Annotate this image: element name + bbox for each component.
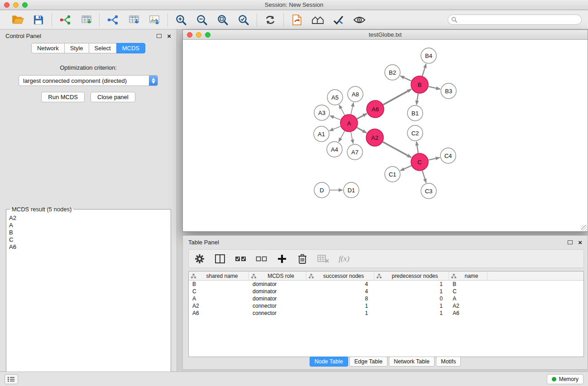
network-node-D1[interactable]: D1 <box>344 182 359 198</box>
column-header-predecessor-nodes[interactable]: predecessor nodes <box>374 272 449 280</box>
mcds-result-item[interactable]: C <box>9 236 168 243</box>
network-edge-B-B2[interactable] <box>400 76 411 81</box>
zoom-out-button[interactable] <box>195 13 209 27</box>
network-edge-C-C2[interactable] <box>416 142 418 153</box>
network-node-A2[interactable]: A2 <box>366 129 383 146</box>
maximize-window-button[interactable] <box>22 2 28 8</box>
network-node-A[interactable]: A <box>340 114 358 132</box>
table-settings-button[interactable] <box>194 253 205 265</box>
export-table-button[interactable] <box>126 13 141 27</box>
table-row-B[interactable]: Bdominator41B <box>189 281 583 288</box>
resize-grip[interactable] <box>581 225 587 231</box>
export-network-button[interactable] <box>105 13 120 27</box>
minimize-network-window-button[interactable] <box>196 32 201 38</box>
memory-button[interactable]: Memory <box>547 374 583 384</box>
table-tab-network-table[interactable]: Network Table <box>389 357 435 367</box>
network-node-A5[interactable]: A5 <box>327 90 343 105</box>
function-builder-button[interactable]: f(x) <box>339 253 349 265</box>
network-node-A7[interactable]: A7 <box>347 144 363 160</box>
close-panel-icon[interactable]: × <box>167 33 171 39</box>
network-window-titlebar[interactable]: testGlobe.txt <box>183 30 588 40</box>
save-session-button[interactable] <box>31 13 46 27</box>
column-header-MCDS-role[interactable]: MCDS role <box>249 272 306 280</box>
mcds-result-item[interactable]: B <box>9 229 168 236</box>
column-header-name[interactable]: name <box>449 272 488 280</box>
show-columns-button[interactable] <box>215 253 225 265</box>
network-edge-C-C3[interactable] <box>422 171 426 183</box>
network-node-A1[interactable]: A1 <box>314 126 329 142</box>
network-node-C3[interactable]: C3 <box>421 183 436 199</box>
network-node-C2[interactable]: C2 <box>407 125 423 141</box>
network-edge-C-C1[interactable] <box>400 166 411 171</box>
control-tab-select[interactable]: Select <box>89 43 117 53</box>
apply-style-button[interactable] <box>331 13 346 27</box>
minimize-window-button[interactable] <box>13 2 19 8</box>
toolbar-search-input[interactable] <box>448 14 582 25</box>
network-node-C[interactable]: C <box>411 153 428 171</box>
network-node-A6[interactable]: A6 <box>367 100 384 118</box>
float-panel-icon[interactable] <box>157 34 162 38</box>
network-node-A3[interactable]: A3 <box>314 105 330 120</box>
network-edge-A-A5[interactable] <box>339 105 344 115</box>
mcds-result-item[interactable]: A2 <box>9 214 168 222</box>
network-node-A4[interactable]: A4 <box>327 142 342 157</box>
network-edge-A-A4[interactable] <box>339 131 344 142</box>
add-column-button[interactable] <box>277 253 287 265</box>
table-tab-node-table[interactable]: Node Table <box>310 357 348 367</box>
network-edge-C-C4[interactable] <box>429 157 440 160</box>
network-node-D[interactable]: D <box>314 182 330 198</box>
control-tab-network[interactable]: Network <box>31 43 65 53</box>
close-panel-button[interactable]: Close panel <box>91 92 135 102</box>
network-node-B[interactable]: B <box>411 76 428 93</box>
open-session-button[interactable] <box>10 13 25 27</box>
zoom-in-button[interactable] <box>174 13 188 27</box>
show-details-button[interactable] <box>352 13 367 27</box>
home-button[interactable] <box>311 13 325 27</box>
import-file-button[interactable] <box>290 13 304 27</box>
network-edge-A-A7[interactable] <box>351 132 353 144</box>
task-history-button[interactable] <box>5 374 18 384</box>
export-image-button[interactable] <box>147 13 162 27</box>
import-table-from-file-button[interactable] <box>79 13 93 27</box>
network-edge-A2-C[interactable] <box>383 142 411 157</box>
zoom-selected-button[interactable] <box>236 13 251 27</box>
column-header-successor-nodes[interactable]: successor nodes <box>306 272 374 280</box>
mcds-result-item[interactable]: A <box>9 222 168 229</box>
mcds-result-list[interactable]: A2ABCA6 <box>9 214 168 251</box>
float-table-panel-icon[interactable] <box>568 240 573 244</box>
table-tab-edge-table[interactable]: Edge Table <box>349 357 387 367</box>
column-header-shared-name[interactable]: shared name <box>189 272 249 280</box>
network-edge-A-A1[interactable] <box>330 126 341 131</box>
criterion-dropdown[interactable]: largest connected component (directed) <box>19 75 158 86</box>
deselect-all-button[interactable] <box>256 253 267 265</box>
delete-column-button[interactable] <box>297 253 308 265</box>
table-row-A[interactable]: Adominator80A <box>189 295 583 302</box>
control-tab-style[interactable]: Style <box>64 43 89 53</box>
network-edge-A-A2[interactable] <box>357 128 366 133</box>
network-graph[interactable]: B4B2BB3A5A8A6B1A3AC2A1A2A4A7C4CC1C3DD1 <box>183 40 588 231</box>
network-edge-A-A3[interactable] <box>330 116 341 120</box>
table-row-C[interactable]: Cdominator41C <box>189 288 583 295</box>
table-row-A6[interactable]: A6connector11A6 <box>189 310 583 317</box>
close-table-panel-icon[interactable]: × <box>578 239 582 246</box>
import-network-from-file-button[interactable] <box>58 13 72 27</box>
control-tab-mcds[interactable]: MCDS <box>116 43 145 53</box>
select-all-button[interactable] <box>235 253 246 265</box>
close-network-window-button[interactable] <box>187 32 192 38</box>
network-edge-A-A6[interactable] <box>357 114 367 119</box>
network-edge-A6-B[interactable] <box>383 89 411 105</box>
table-row-A2[interactable]: A2connector11A2 <box>189 302 583 310</box>
delete-table-button[interactable] <box>317 253 329 265</box>
maximize-network-window-button[interactable] <box>205 32 210 38</box>
network-edge-A-A8[interactable] <box>351 103 354 114</box>
network-edge-B-B1[interactable] <box>416 94 418 105</box>
refresh-button[interactable] <box>263 13 277 27</box>
network-node-B3[interactable]: B3 <box>441 83 456 99</box>
run-mcds-button[interactable]: Run MCDS <box>41 92 85 102</box>
network-node-A8[interactable]: A8 <box>348 86 363 102</box>
table-tab-motifs[interactable]: Motifs <box>436 357 461 367</box>
network-edge-B-B3[interactable] <box>429 86 440 89</box>
network-node-C1[interactable]: C1 <box>385 167 400 182</box>
close-window-button[interactable] <box>4 2 10 8</box>
zoom-fit-button[interactable] <box>215 13 230 27</box>
